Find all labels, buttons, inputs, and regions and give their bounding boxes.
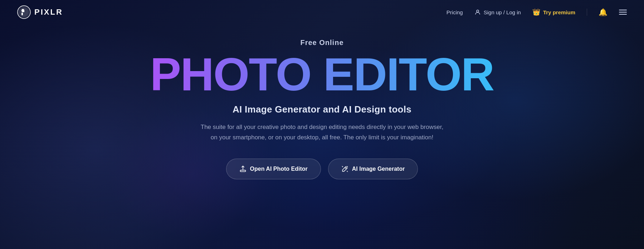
navbar: PIXLR Pricing Sign up / Log in 👑 Try pre… xyxy=(0,0,644,24)
svg-point-3 xyxy=(477,10,479,12)
logo[interactable]: PIXLR xyxy=(17,5,63,19)
nav-right: Pricing Sign up / Log in 👑 Try premium 🔔 xyxy=(447,8,627,16)
user-icon xyxy=(474,9,481,15)
hero-subtitle: Free Online xyxy=(300,39,343,47)
hero-tagline: AI Image Generator and AI Design tools xyxy=(233,104,411,115)
premium-link[interactable]: 👑 Try premium xyxy=(532,8,575,16)
svg-line-9 xyxy=(347,171,348,172)
open-photo-editor-button[interactable]: Open AI Photo Editor xyxy=(226,159,321,179)
hero-description: The suite for all your creative photo an… xyxy=(200,122,444,143)
pixlr-logo-icon xyxy=(17,5,31,19)
nav-divider xyxy=(587,9,587,16)
hero-section: Free Online PHOTO EDITOR AI Image Genera… xyxy=(0,24,644,179)
svg-rect-4 xyxy=(240,170,245,171)
logo-text: PIXLR xyxy=(34,8,63,17)
auth-link[interactable]: Sign up / Log in xyxy=(474,9,521,15)
crown-icon: 👑 xyxy=(532,8,540,16)
notifications-bell[interactable]: 🔔 xyxy=(599,8,608,16)
wand-icon xyxy=(341,165,348,173)
hamburger-menu[interactable] xyxy=(619,10,627,15)
svg-rect-2 xyxy=(21,13,23,15)
upload-icon xyxy=(239,165,247,173)
svg-line-7 xyxy=(342,166,343,167)
hero-buttons: Open AI Photo Editor AI Image Generator xyxy=(226,159,418,179)
svg-line-8 xyxy=(347,166,348,167)
svg-line-6 xyxy=(345,168,346,169)
hero-title: PHOTO EDITOR xyxy=(150,51,494,98)
ai-image-generator-button[interactable]: AI Image Generator xyxy=(328,159,418,179)
pricing-link[interactable]: Pricing xyxy=(447,9,463,15)
